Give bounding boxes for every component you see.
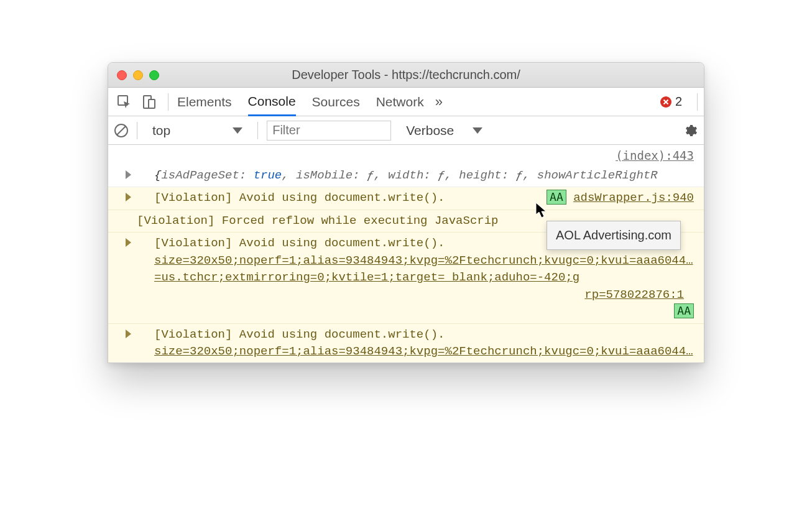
source-link[interactable]: size=320x50;noperf=1;alias=93484943;kvpg…	[126, 252, 694, 287]
minimize-window-button[interactable]	[133, 70, 143, 80]
clear-console-icon[interactable]	[114, 124, 128, 137]
context-selector[interactable]: top	[146, 121, 249, 141]
close-window-button[interactable]	[117, 70, 127, 80]
expand-triangle-icon[interactable]	[126, 238, 131, 247]
source-link[interactable]: (index):443	[108, 145, 704, 165]
expand-triangle-icon[interactable]	[126, 170, 131, 179]
console-output: (index):443 {isAdPageSet: true, isMobile…	[108, 145, 704, 363]
error-count[interactable]: 2	[660, 95, 687, 109]
maximize-window-button[interactable]	[149, 70, 159, 80]
log-level-value: Verbose	[406, 123, 454, 138]
window-title: Developer Tools - https://techcrunch.com…	[108, 68, 704, 82]
toolbar-divider	[697, 93, 698, 111]
tab-elements[interactable]: Elements	[177, 88, 232, 116]
svg-rect-2	[149, 99, 155, 108]
source-link[interactable]: adsWrapper.js:940	[573, 191, 694, 205]
thirdparty-badge[interactable]: AA	[547, 190, 566, 205]
error-icon	[660, 96, 671, 108]
log-level-selector[interactable]: Verbose	[400, 123, 482, 138]
more-tabs-button[interactable]: »	[435, 94, 443, 110]
source-link[interactable]: size=320x50;noperf=1;alias=93484943;kvpg…	[126, 343, 694, 363]
thirdparty-badge[interactable]: AA	[674, 303, 694, 318]
badge-tooltip: AOL Advertising.com	[547, 221, 681, 250]
source-link[interactable]: rp=578022876:1	[126, 287, 694, 304]
filterbar-divider	[257, 122, 258, 139]
toolbar-divider	[168, 93, 168, 111]
warning-text: [Violation] Avoid using document.write()…	[126, 236, 445, 250]
devtools-window: Developer Tools - https://techcrunch.com…	[108, 62, 704, 363]
warning-text: [Violation] Avoid using document.write()…	[126, 191, 445, 205]
devtools-tabbar: Elements Console Sources Network » 2	[108, 88, 704, 116]
console-object-row[interactable]: {isAdPageSet: true, isMobile: ƒ, width: …	[108, 165, 704, 188]
warning-text: [Violation] Avoid using document.write()…	[126, 328, 445, 341]
chevron-down-icon	[473, 127, 482, 134]
tab-sources[interactable]: Sources	[312, 88, 360, 116]
titlebar: Developer Tools - https://techcrunch.com…	[108, 63, 704, 88]
inspect-element-icon[interactable]	[114, 92, 134, 112]
warning-text: [Violation] Forced reflow while executin…	[137, 214, 499, 228]
context-value: top	[152, 123, 170, 138]
settings-icon[interactable]	[683, 123, 698, 138]
error-count-value: 2	[675, 95, 682, 109]
traffic-lights	[117, 70, 159, 80]
console-filterbar: top Verbose	[108, 116, 704, 145]
tab-console[interactable]: Console	[248, 88, 296, 116]
filterbar-divider	[137, 122, 137, 139]
devtools-tabs: Elements Console Sources Network	[177, 88, 424, 116]
device-toolbar-icon[interactable]	[139, 92, 159, 112]
chevron-down-icon	[233, 127, 242, 134]
expand-triangle-icon[interactable]	[126, 193, 131, 201]
expand-triangle-icon[interactable]	[126, 330, 131, 338]
tab-network[interactable]: Network	[376, 88, 424, 116]
filter-input[interactable]	[267, 121, 391, 141]
console-warning-row[interactable]: [Violation] Avoid using document.write()…	[108, 324, 704, 363]
console-warning-row[interactable]: AA adsWrapper.js:940 [Violation] Avoid u…	[108, 187, 704, 210]
